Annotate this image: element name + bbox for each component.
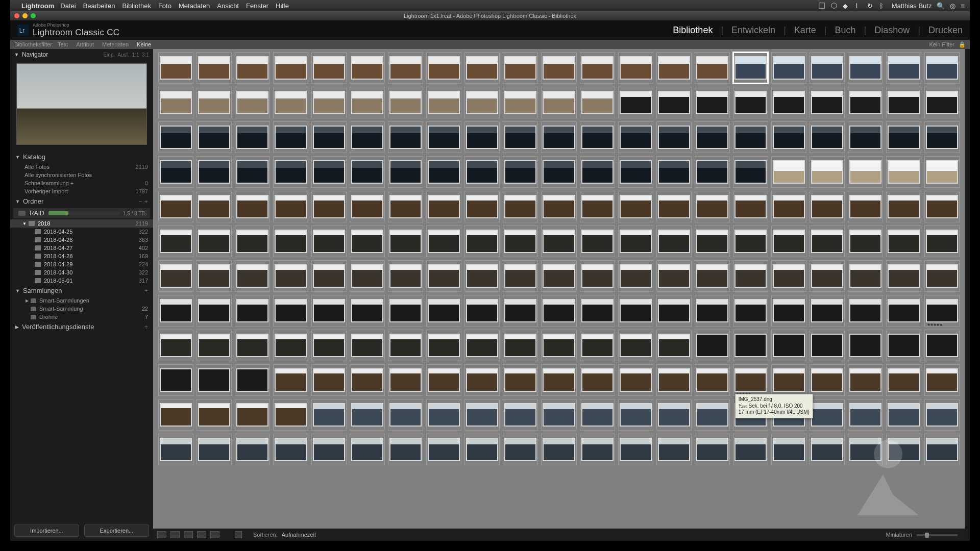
thumbnail-cell[interactable] bbox=[580, 156, 615, 188]
thumbnail-cell[interactable] bbox=[464, 52, 500, 84]
thumbnail-cell[interactable] bbox=[426, 364, 461, 396]
thumbnail-cell[interactable] bbox=[580, 364, 615, 396]
thumbnail-cell[interactable] bbox=[235, 399, 270, 431]
thumbnail-cell[interactable] bbox=[350, 295, 385, 327]
thumbnail-cell[interactable] bbox=[541, 260, 576, 292]
thumbnail-cell[interactable] bbox=[924, 226, 960, 257]
thumb-size-slider[interactable] bbox=[917, 534, 958, 536]
thumbnail-cell[interactable] bbox=[273, 52, 308, 84]
katalog-row[interactable]: Schnellsammlung +0 bbox=[10, 179, 153, 187]
thumbnail-cell[interactable] bbox=[273, 364, 308, 396]
thumbnail-cell[interactable] bbox=[426, 330, 461, 361]
thumbnail-cell[interactable] bbox=[810, 295, 845, 327]
thumbnail-cell[interactable] bbox=[503, 295, 538, 327]
module-diashow[interactable]: Diashow bbox=[874, 25, 910, 36]
thumbnail-cell[interactable] bbox=[771, 226, 806, 257]
thumbnail-cell[interactable] bbox=[158, 330, 193, 361]
thumbnail-cell[interactable] bbox=[197, 295, 232, 327]
thumbnail-cell[interactable] bbox=[541, 399, 576, 431]
thumbnail-cell[interactable] bbox=[388, 226, 423, 257]
thumbnail-cell[interactable] bbox=[388, 364, 423, 396]
thumbnail-cell[interactable] bbox=[311, 156, 347, 188]
thumbnail-cell[interactable] bbox=[388, 52, 423, 84]
thumbnail-cell[interactable] bbox=[426, 434, 461, 465]
thumbnail-cell[interactable] bbox=[426, 121, 461, 153]
filter-text[interactable]: Text bbox=[58, 41, 68, 47]
thumbnail-cell[interactable] bbox=[580, 330, 615, 361]
menu-bibliothek[interactable]: Bibliothek bbox=[122, 2, 151, 10]
thumbnail-cell[interactable] bbox=[541, 156, 576, 188]
folder-date[interactable]: 2018-04-26363 bbox=[10, 236, 153, 244]
import-button[interactable]: Importieren... bbox=[14, 524, 79, 537]
thumbnail-cell[interactable] bbox=[656, 156, 692, 188]
loupe-view-icon[interactable] bbox=[170, 531, 180, 538]
thumbnail-cell[interactable] bbox=[235, 87, 270, 118]
thumbnail-cell[interactable] bbox=[541, 330, 576, 361]
thumbnail-cell[interactable] bbox=[810, 52, 845, 84]
thumbnail-cell[interactable] bbox=[197, 52, 232, 84]
thumbnail-cell[interactable] bbox=[197, 260, 232, 292]
thumbnail-cell[interactable] bbox=[311, 364, 347, 396]
thumbnail-cell[interactable] bbox=[503, 226, 538, 257]
navigator-preview[interactable] bbox=[16, 63, 147, 145]
thumbnail-cell[interactable] bbox=[618, 156, 653, 188]
thumbnail-cell[interactable]: ★★★★★ bbox=[733, 364, 768, 396]
thumbnail-cell[interactable] bbox=[311, 226, 347, 257]
window-titlebar[interactable]: Lightroom 1x1.lrcat - Adobe Photoshop Li… bbox=[10, 11, 970, 20]
thumbnail-cell[interactable] bbox=[771, 364, 806, 396]
thumbnail-cell[interactable] bbox=[771, 87, 806, 118]
thumbnail-cell[interactable] bbox=[158, 260, 193, 292]
thumbnail-cell[interactable] bbox=[158, 434, 193, 465]
thumbnail-cell[interactable] bbox=[733, 87, 768, 118]
thumbnail-cell[interactable] bbox=[771, 52, 806, 84]
thumbnail-cell[interactable] bbox=[810, 260, 845, 292]
thumbnail-cell[interactable] bbox=[464, 226, 500, 257]
thumbnail-cell[interactable] bbox=[350, 87, 385, 118]
thumbnail-cell[interactable] bbox=[426, 260, 461, 292]
collection-row[interactable]: Drohne7 bbox=[10, 313, 153, 321]
thumbnail-cell[interactable] bbox=[426, 87, 461, 118]
thumbnail-cell[interactable] bbox=[197, 330, 232, 361]
thumbnail-cell[interactable] bbox=[695, 434, 730, 465]
thumbnail-cell[interactable] bbox=[771, 191, 806, 222]
thumbnail-cell[interactable] bbox=[924, 260, 960, 292]
menu-hilfe[interactable]: Hilfe bbox=[276, 2, 289, 10]
thumbnail-cell[interactable] bbox=[541, 364, 576, 396]
ordner-section-header[interactable]: ▼Ordner − + bbox=[10, 195, 153, 207]
module-entwickeln[interactable]: Entwickeln bbox=[731, 25, 775, 36]
thumbnail-cell[interactable] bbox=[426, 399, 461, 431]
thumbnail-cell[interactable] bbox=[695, 191, 730, 222]
thumbnail-cell[interactable] bbox=[810, 121, 845, 153]
thumbnail-cell[interactable] bbox=[656, 295, 692, 327]
thumbnail-cell[interactable] bbox=[158, 295, 193, 327]
sort-value[interactable]: Aufnahmezeit bbox=[282, 532, 316, 538]
thumbnail-cell[interactable] bbox=[771, 260, 806, 292]
thumbnail-cell[interactable] bbox=[810, 226, 845, 257]
thumbnail-cell[interactable] bbox=[695, 260, 730, 292]
thumbnail-cell[interactable] bbox=[311, 434, 347, 465]
thumbnail-cell[interactable] bbox=[580, 434, 615, 465]
filter-preset[interactable]: Kein Filter bbox=[929, 41, 954, 47]
folder-date[interactable]: 2018-04-30322 bbox=[10, 268, 153, 277]
thumbnail-cell[interactable] bbox=[273, 226, 308, 257]
thumbnail-cell[interactable] bbox=[695, 87, 730, 118]
thumbnail-cell[interactable] bbox=[235, 364, 270, 396]
thumbnail-cell[interactable] bbox=[656, 87, 692, 118]
thumbnail-cell[interactable] bbox=[503, 156, 538, 188]
nav-fit[interactable]: Einp. bbox=[103, 52, 115, 58]
thumbnail-cell[interactable] bbox=[810, 364, 845, 396]
thumbnail-cell[interactable] bbox=[886, 156, 921, 188]
thumbnail-cell[interactable] bbox=[464, 260, 500, 292]
cc-sync-icon[interactable] bbox=[830, 2, 838, 9]
thumbnail-cell[interactable] bbox=[273, 434, 308, 465]
thumbnail-cell[interactable] bbox=[273, 295, 308, 327]
menu-ansicht[interactable]: Ansicht bbox=[217, 2, 239, 10]
module-drucken[interactable]: Drucken bbox=[928, 25, 963, 36]
thumbnail-cell[interactable] bbox=[350, 364, 385, 396]
nav-3to1[interactable]: 3:1 bbox=[142, 52, 149, 58]
spotlight-icon[interactable]: 🔍 bbox=[937, 2, 945, 10]
thumbnail-cell[interactable] bbox=[350, 330, 385, 361]
thumbnail-cell[interactable] bbox=[541, 191, 576, 222]
katalog-row[interactable]: Alle synchronisierten Fotos bbox=[10, 171, 153, 179]
thumbnail-cell[interactable] bbox=[848, 156, 883, 188]
